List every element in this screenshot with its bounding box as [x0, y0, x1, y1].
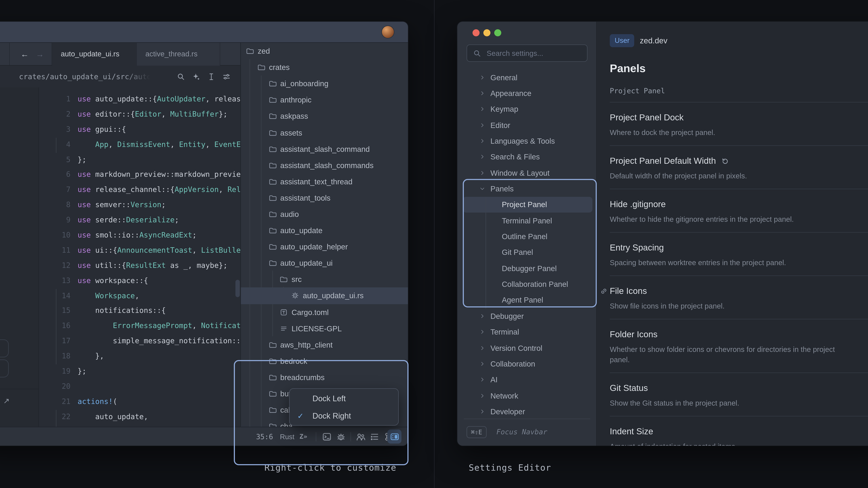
scope-badge[interactable]: User	[610, 34, 634, 47]
tree-item-breadcrumbs[interactable]: breadcrumbs	[241, 369, 408, 386]
tree-item-aws-http-client[interactable]: aws_http_client	[241, 336, 408, 353]
nav-item-editor[interactable]: Editor	[457, 117, 597, 133]
tree-item-license-gpl[interactable]: LICENSE-GPL	[241, 320, 408, 336]
code-editor[interactable]: 1use auto_update::{AutoUpdater, release2…	[39, 87, 240, 427]
collab-icon[interactable]	[356, 432, 365, 442]
nav-item-keymap[interactable]: Keymap	[457, 101, 597, 117]
tree-item-audio[interactable]: audio	[241, 206, 408, 222]
link-icon[interactable]	[600, 287, 608, 295]
indent-guide	[56, 289, 56, 364]
tree-item-auto-update-ui-rs[interactable]: Rauto_update_ui.rs	[241, 288, 408, 304]
outline-icon[interactable]	[370, 432, 379, 442]
tree-item-assistant-tools[interactable]: assistant_tools	[241, 190, 408, 206]
editor-body: ‥ ← → auto_update_ui.rsactive_thread.rs …	[0, 43, 408, 427]
user-avatar[interactable]	[382, 26, 394, 38]
search-icon[interactable]	[177, 72, 185, 80]
tab-overflow-button[interactable]: ‥	[0, 43, 10, 65]
nav-item-version-control[interactable]: Version Control	[457, 340, 597, 356]
sparkle-icon[interactable]	[192, 72, 200, 80]
tree-item-auto-update-ui[interactable]: auto_update_ui	[241, 255, 408, 271]
nav-item-agent-panel[interactable]: Agent Panel	[457, 292, 597, 308]
folder-icon	[269, 162, 277, 168]
nav-item-label: Project Panel	[502, 200, 547, 209]
status-bar: 35:6 Rust Z»	[0, 427, 408, 446]
editor-tab[interactable]: active_thread.rs	[137, 43, 220, 66]
search-icon	[473, 50, 481, 58]
folder-icon	[269, 178, 277, 185]
code-line: 8use semver::Version;	[39, 198, 240, 213]
tab-bar: ‥ ← → auto_update_ui.rsactive_thread.rs	[0, 43, 240, 66]
nav-forward-icon[interactable]: →	[36, 43, 44, 65]
menu-item-dock-right[interactable]: ✓Dock Right	[290, 407, 398, 425]
nav-item-collaboration[interactable]: Collaboration	[457, 356, 597, 372]
filters-icon[interactable]	[222, 72, 230, 80]
minimize-button[interactable]	[483, 29, 490, 36]
nav-item-collaboration-panel[interactable]: Collaboration Panel	[457, 276, 597, 292]
language-selector[interactable]: Rust	[280, 427, 294, 446]
edit-prediction-icon[interactable]: Z»	[300, 427, 307, 446]
tree-item-label: assets	[280, 128, 302, 137]
nav-item-label: Appearance	[490, 89, 531, 98]
tree-item-assistant-slash-commands[interactable]: assistant_slash_commands	[241, 157, 408, 173]
nav-item-search-files[interactable]: Search & Files	[457, 149, 597, 165]
nav-item-window-layout[interactable]: Window & Layout	[457, 165, 597, 181]
tree-item-zed[interactable]: zed	[241, 43, 408, 59]
tree-item-label: crates	[269, 63, 289, 72]
settings-sidebar: GeneralAppearanceKeymapEditorLanguages &…	[457, 22, 597, 446]
nav-item-appearance[interactable]: Appearance	[457, 85, 597, 101]
cursor-position[interactable]: 35:6	[256, 427, 273, 446]
tree-item-src[interactable]: src	[241, 271, 408, 288]
tree-item-assistant-text-thread[interactable]: assistant_text_thread	[241, 173, 408, 190]
nav-item-languages-tools[interactable]: Languages & Tools	[457, 133, 597, 149]
setting-title: Project Panel Default Width	[610, 156, 868, 166]
editor-tab[interactable]: auto_update_ui.rs	[52, 43, 137, 66]
search-input[interactable]	[486, 45, 583, 61]
zoom-button[interactable]	[494, 29, 501, 36]
breadcrumb[interactable]: crates/auto_update_ui/src/auto	[19, 66, 155, 87]
nav-item-developer[interactable]: Developer	[457, 403, 597, 420]
tree-item-assets[interactable]: assets	[241, 124, 408, 141]
editor-left-column: ‥ ← → auto_update_ui.rsactive_thread.rs …	[0, 43, 240, 427]
code-line: 9use serde::Deserialize;	[39, 213, 240, 228]
nav-item-project-panel[interactable]: Project Panel	[457, 197, 597, 213]
tree-item-assistant-slash-command[interactable]: assistant_slash_command	[241, 141, 408, 157]
tree-item-anthropic[interactable]: anthropic	[241, 92, 408, 108]
nav-item-debugger-panel[interactable]: Debugger Panel	[457, 260, 597, 276]
nav-item-network[interactable]: Network	[457, 388, 597, 403]
tree-item-cargo-toml[interactable]: Cargo.toml	[241, 304, 408, 320]
tree-item-askpass[interactable]: askpass	[241, 108, 408, 124]
nav-item-git-panel[interactable]: Git Panel	[457, 245, 597, 260]
background-divider	[434, 0, 435, 488]
nav-item-terminal[interactable]: Terminal	[457, 324, 597, 340]
nav-item-label: AI	[490, 376, 498, 384]
nav-item-label: Search & Files	[490, 153, 540, 161]
nav-item-panels[interactable]: Panels	[457, 181, 597, 197]
nav-item-terminal-panel[interactable]: Terminal Panel	[457, 213, 597, 228]
nav-item-debugger[interactable]: Debugger	[457, 308, 597, 324]
nav-item-outline-panel[interactable]: Outline Panel	[457, 228, 597, 245]
reset-icon[interactable]	[721, 157, 729, 165]
ibeam-icon[interactable]	[207, 72, 215, 80]
nav-back-icon[interactable]: ←	[21, 43, 29, 65]
toolbar: crates/auto_update_ui/src/auto	[0, 66, 240, 87]
tree-item-auto-update-helper[interactable]: auto_update_helper	[241, 238, 408, 255]
caption-right: Settings Editor	[469, 462, 551, 473]
code-line: 17 simple_message_notification::M	[39, 334, 240, 349]
setting-title: Git Status	[610, 383, 868, 394]
tree-item-auto-update[interactable]: auto_update	[241, 222, 408, 238]
tree-item-label: bedrock	[280, 357, 307, 365]
tree-item-bedrock[interactable]: bedrock	[241, 353, 408, 369]
menu-item-dock-left[interactable]: Dock Left	[290, 390, 398, 407]
scrollbar-thumb[interactable]	[236, 280, 240, 297]
tree-item-crates[interactable]: crates	[241, 59, 408, 75]
terminal-icon[interactable]	[322, 432, 332, 442]
close-button[interactable]	[472, 29, 479, 36]
shortcut-badge: ⌘⇧E	[467, 426, 487, 438]
tree-item-ai-onboarding[interactable]: ai_onboarding	[241, 75, 408, 92]
nav-item-general[interactable]: General	[457, 69, 597, 85]
chevron-right-icon	[480, 155, 485, 159]
nav-item-ai[interactable]: AI	[457, 372, 597, 388]
bug-icon[interactable]	[336, 432, 346, 442]
project-panel-toggle[interactable]	[388, 429, 401, 444]
folder-icon	[269, 407, 277, 413]
